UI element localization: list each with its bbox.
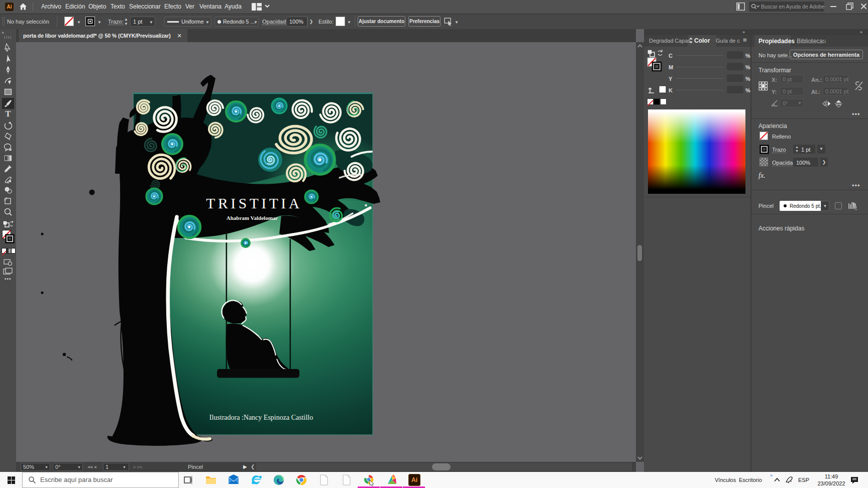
- svg-text:TRISTITIA: TRISTITIA: [206, 195, 302, 211]
- svg-text:Ilustradora :Nancy Espinoza Ca: Ilustradora :Nancy Espinoza Castillo: [209, 414, 313, 421]
- svg-text:Ahabram Valdelomar: Ahabram Valdelomar: [227, 215, 278, 221]
